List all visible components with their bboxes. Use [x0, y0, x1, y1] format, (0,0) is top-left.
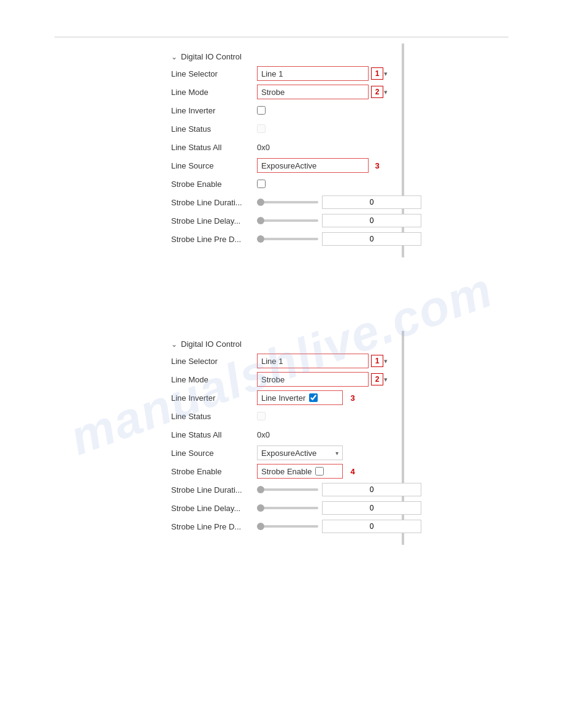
strobe-enable-highlight: Strobe Enable — [257, 464, 343, 479]
label-line-status-all-1: Line Status All — [171, 143, 257, 152]
label-strobe-enable-1: Strobe Enable — [171, 180, 257, 189]
checkbox-line-inverter-1[interactable] — [257, 106, 266, 115]
label-line-inverter-2: Line Inverter — [171, 393, 257, 403]
row-line-status-all-1: Line Status All 0x0 — [171, 138, 402, 156]
dropdown-indicator-2: ▾ — [384, 88, 388, 96]
slider-strobe-duration-1[interactable] — [257, 201, 318, 203]
dropdown-arrow-line-source-2: ▾ — [335, 450, 339, 457]
value-strobe-duration-2[interactable] — [322, 483, 421, 496]
row-strobe-enable-1: Strobe Enable — [171, 175, 402, 192]
row-line-mode-1: Line Mode 2 ▾ — [171, 83, 402, 100]
value-strobe-delay-1[interactable] — [322, 214, 421, 227]
row-strobe-delay-1: Strobe Line Delay... — [171, 212, 402, 229]
badge-2-1: 2 — [371, 86, 383, 98]
input-line-selector-2[interactable] — [257, 354, 369, 368]
value-strobe-pre-1[interactable] — [322, 232, 421, 246]
top-divider — [55, 37, 508, 37]
row-strobe-pre-2: Strobe Line Pre D... — [171, 518, 402, 535]
label-strobe-enable-2: Strobe Enable — [171, 467, 257, 476]
row-line-source-1: Line Source 3 — [171, 157, 402, 174]
label-line-status-all-2: Line Status All — [171, 430, 257, 439]
dropdown-indicator-1: ▾ — [384, 70, 388, 78]
label-line-status-1: Line Status — [171, 124, 257, 134]
row-strobe-enable-2: Strobe Enable Strobe Enable 4 — [171, 463, 402, 480]
slider-strobe-delay-2[interactable] — [257, 507, 318, 509]
row-line-status-1: Line Status — [171, 120, 402, 137]
label-line-selector-1: Line Selector — [171, 69, 257, 78]
row-strobe-duration-1: Strobe Line Durati... — [171, 194, 402, 211]
collapse-icon-1[interactable]: ⌄ — [171, 53, 177, 61]
section-header-1: ⌄ Digital IO Control — [171, 52, 402, 61]
label-strobe-delay-1: Strobe Line Delay... — [171, 216, 257, 226]
badge-4-2: 4 — [347, 465, 359, 477]
label-strobe-duration-1: Strobe Line Durati... — [171, 198, 257, 207]
input-line-source-1[interactable] — [257, 158, 369, 173]
label-line-source-1: Line Source — [171, 161, 257, 170]
value-strobe-pre-2[interactable] — [322, 520, 421, 533]
label-strobe-pre-1: Strobe Line Pre D... — [171, 235, 257, 244]
collapse-icon-2[interactable]: ⌄ — [171, 340, 177, 349]
badge-1-2: 1 — [371, 355, 383, 367]
row-line-source-2: Line Source ExposureActive ▾ — [171, 444, 402, 461]
dropdown-line-source-2[interactable]: ExposureActive ▾ — [257, 446, 343, 460]
value-strobe-duration-1[interactable] — [322, 195, 421, 209]
panel-1: ⌄ Digital IO Control Line Selector 1 ▾ L… — [159, 44, 404, 257]
panel-2: ⌄ Digital IO Control Line Selector 1 ▾ L… — [159, 331, 404, 545]
label-strobe-pre-2: Strobe Line Pre D... — [171, 522, 257, 531]
row-line-status-all-2: Line Status All 0x0 — [171, 426, 402, 443]
line-inverter-label: Line Inverter — [261, 393, 305, 403]
slider-strobe-pre-1[interactable] — [257, 238, 318, 240]
row-line-selector-1: Line Selector 1 ▾ — [171, 65, 402, 82]
row-line-selector-2: Line Selector 1 ▾ — [171, 352, 402, 370]
row-line-inverter-1: Line Inverter — [171, 102, 402, 119]
line-inverter-highlight: Line Inverter — [257, 390, 343, 405]
badge-1-1: 1 — [371, 67, 383, 80]
checkbox-line-status-2[interactable] — [257, 412, 266, 420]
value-strobe-delay-2[interactable] — [322, 501, 421, 515]
slider-strobe-delay-1[interactable] — [257, 219, 318, 222]
dropdown-indicator-3: ▾ — [384, 357, 388, 365]
badge-2-2: 2 — [371, 373, 383, 385]
row-strobe-pre-1: Strobe Line Pre D... — [171, 230, 402, 248]
row-strobe-duration-2: Strobe Line Durati... — [171, 481, 402, 498]
checkbox-strobe-enable-2[interactable] — [315, 467, 324, 476]
value-line-status-all-1: 0x0 — [257, 143, 270, 152]
label-line-mode-1: Line Mode — [171, 88, 257, 97]
strobe-enable-inner-label: Strobe Enable — [261, 467, 312, 476]
section-title-2: Digital IO Control — [181, 339, 242, 349]
label-line-selector-2: Line Selector — [171, 357, 257, 366]
slider-strobe-duration-2[interactable] — [257, 488, 318, 491]
input-line-mode-1[interactable] — [257, 85, 369, 99]
label-line-status-2: Line Status — [171, 412, 257, 421]
badge-3-1: 3 — [371, 159, 383, 172]
label-line-source-2: Line Source — [171, 449, 257, 458]
row-line-inverter-2: Line Inverter Line Inverter 3 — [171, 389, 402, 406]
label-strobe-duration-2: Strobe Line Durati... — [171, 485, 257, 495]
input-line-mode-2[interactable] — [257, 372, 369, 387]
badge-3-2: 3 — [347, 392, 359, 404]
label-line-inverter-1: Line Inverter — [171, 106, 257, 115]
input-line-selector-1[interactable] — [257, 66, 369, 81]
dropdown-value-line-source-2: ExposureActive — [261, 449, 316, 458]
checkbox-line-status-1[interactable] — [257, 124, 266, 133]
dropdown-indicator-4: ▾ — [384, 376, 388, 384]
row-strobe-delay-2: Strobe Line Delay... — [171, 499, 402, 517]
label-strobe-delay-2: Strobe Line Delay... — [171, 504, 257, 513]
section-title-1: Digital IO Control — [181, 52, 242, 61]
slider-strobe-pre-2[interactable] — [257, 525, 318, 528]
checkbox-line-inverter-2[interactable] — [309, 393, 318, 402]
row-line-mode-2: Line Mode 2 ▾ — [171, 371, 402, 388]
label-line-mode-2: Line Mode — [171, 375, 257, 384]
row-line-status-2: Line Status — [171, 408, 402, 425]
value-line-status-all-2: 0x0 — [257, 430, 270, 439]
section-header-2: ⌄ Digital IO Control — [171, 339, 402, 349]
checkbox-strobe-enable-1[interactable] — [257, 180, 266, 188]
